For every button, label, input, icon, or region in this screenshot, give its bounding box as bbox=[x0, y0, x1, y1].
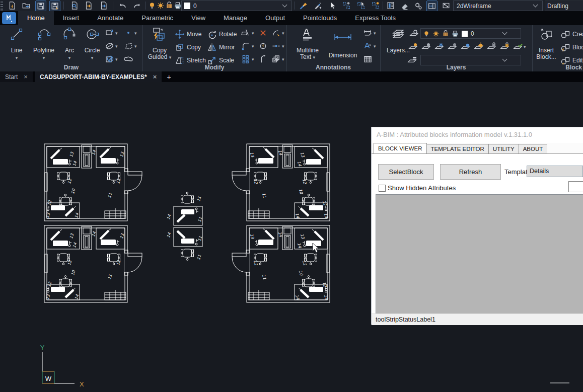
tab-express-tools[interactable]: Express Tools bbox=[346, 11, 405, 25]
panel-title-annotations: Annotations bbox=[286, 64, 380, 71]
tab-block-viewer[interactable]: BLOCK VIEWER bbox=[374, 143, 427, 153]
print-preview-button[interactable] bbox=[69, 1, 80, 11]
ribbon-layer-dropdown[interactable]: 0 bbox=[420, 28, 521, 39]
tab-drawing[interactable]: CADSUPPORT-ABIM-BY-EXAMPLES* × bbox=[35, 71, 162, 82]
layer-search-button[interactable] bbox=[409, 29, 419, 38]
clean-screen-button[interactable] bbox=[400, 1, 410, 11]
abim-tab-strip: BLOCK VIEWERTEMPLATE EDITORUTILITYABOUT bbox=[372, 143, 583, 154]
settings-button[interactable] bbox=[413, 1, 423, 11]
create-block-icon bbox=[560, 29, 570, 39]
layer-dropdown[interactable]: 0 bbox=[181, 1, 292, 11]
rectangle-button[interactable]: ▾ bbox=[105, 28, 118, 38]
visual-style-dropdown[interactable]: 2dWireframe bbox=[453, 1, 543, 11]
multiline-text-button[interactable]: Multiline Text ▾ bbox=[292, 26, 324, 62]
tab-home[interactable]: Home bbox=[18, 11, 54, 25]
tab-annotate[interactable]: Annotate bbox=[88, 11, 132, 25]
copy-label: Copy bbox=[187, 44, 201, 51]
explode-button[interactable]: ▾ bbox=[271, 54, 284, 64]
leader-icon bbox=[363, 28, 373, 38]
ellipse-button[interactable]: ▾ bbox=[105, 41, 118, 51]
tab-utility[interactable]: UTILITY bbox=[488, 144, 519, 153]
tab-template-editor[interactable]: TEMPLATE EDITOR bbox=[426, 144, 489, 153]
linetype-button[interactable]: ▾ bbox=[271, 41, 284, 51]
tab-output[interactable]: Output bbox=[256, 11, 294, 25]
leader-button[interactable]: ▾ bbox=[363, 28, 376, 38]
layer-lock-button[interactable] bbox=[487, 42, 496, 51]
text-style-button[interactable]: ▾ bbox=[363, 41, 376, 51]
break-at-point-icon bbox=[258, 54, 268, 64]
revision-cloud-button[interactable] bbox=[124, 54, 133, 64]
circle-button[interactable]: Circle ▾ bbox=[81, 26, 104, 62]
filter-textbox[interactable] bbox=[568, 181, 583, 192]
tab-about[interactable]: ABOUT bbox=[519, 144, 548, 153]
layer-on-off-button[interactable] bbox=[408, 42, 418, 51]
show-hidden-attributes-label: Show Hidden Attributes bbox=[388, 184, 456, 192]
layer-thaw-vp-button[interactable] bbox=[474, 42, 483, 51]
copy-guided-button[interactable]: Copy Guided ▾ bbox=[145, 26, 174, 62]
new-drawing-tab-button[interactable]: + bbox=[162, 71, 176, 82]
move-button[interactable]: Move bbox=[175, 29, 201, 39]
template-dropdown[interactable]: Details bbox=[527, 166, 583, 177]
layer-state-button[interactable]: ▾ bbox=[513, 42, 526, 51]
insert-block-button[interactable]: Insert Block... bbox=[534, 26, 558, 62]
save-button[interactable] bbox=[35, 1, 46, 12]
chevron-down-icon bbox=[533, 3, 538, 8]
dimension-button[interactable]: Dimension bbox=[325, 26, 361, 62]
break-at-point-button[interactable] bbox=[258, 54, 268, 64]
room-top-left bbox=[44, 144, 142, 221]
save-as-button[interactable] bbox=[49, 1, 60, 12]
layer-freeze-button[interactable] bbox=[434, 42, 444, 51]
select-button[interactable] bbox=[327, 1, 337, 11]
workspace-dropdown[interactable]: Drafting bbox=[545, 1, 583, 11]
break-button[interactable] bbox=[258, 41, 268, 51]
open-file-button[interactable] bbox=[21, 1, 31, 11]
tab-insert[interactable]: Insert bbox=[54, 11, 89, 25]
select-block-button[interactable]: SelectBlock bbox=[378, 164, 434, 180]
polyline-button[interactable]: Polyline ▾ bbox=[29, 26, 58, 62]
application-button[interactable] bbox=[2, 12, 16, 24]
array-button[interactable]: ▾ bbox=[241, 54, 254, 64]
delete-button[interactable] bbox=[258, 28, 268, 38]
arc-button[interactable]: Arc ▾ bbox=[59, 26, 80, 62]
fullscreen-button[interactable] bbox=[441, 1, 451, 11]
quick-select-button[interactable] bbox=[313, 1, 323, 11]
trim-button[interactable]: ▾ bbox=[241, 28, 254, 38]
tab-start[interactable]: Start × bbox=[0, 71, 33, 82]
tab-manage[interactable]: Manage bbox=[214, 11, 256, 25]
hatch-button[interactable]: ▾ bbox=[105, 54, 118, 64]
layer-thaw-all-button[interactable] bbox=[448, 42, 457, 51]
undo-button[interactable] bbox=[118, 1, 128, 11]
match-properties-button[interactable] bbox=[298, 1, 308, 11]
ellipse-icon bbox=[105, 41, 114, 51]
new-file-button[interactable] bbox=[7, 1, 17, 11]
export-button[interactable] bbox=[99, 1, 109, 11]
select-obscured-button[interactable] bbox=[341, 1, 351, 11]
blockify-button[interactable]: Blockif bbox=[560, 42, 583, 52]
layer-freeze-vp-button[interactable] bbox=[461, 42, 470, 51]
layer-unlock-button[interactable] bbox=[500, 42, 509, 51]
redo-button[interactable] bbox=[132, 1, 142, 11]
refresh-button[interactable]: Refresh bbox=[440, 164, 501, 180]
tab-view[interactable]: View bbox=[182, 11, 214, 25]
rotate-button[interactable]: Rotate bbox=[207, 29, 237, 39]
line-button[interactable]: Line ▾ bbox=[4, 26, 29, 62]
import-button[interactable] bbox=[84, 1, 94, 11]
chamfer-button[interactable]: ▾ bbox=[241, 41, 254, 51]
select-visible-button[interactable] bbox=[371, 1, 381, 11]
panels-toggle-button[interactable] bbox=[426, 1, 438, 12]
region-button[interactable]: ▾ bbox=[124, 41, 137, 51]
properties-panel-button[interactable] bbox=[386, 1, 396, 11]
table-button[interactable] bbox=[363, 54, 373, 64]
create-block-button[interactable]: Create bbox=[560, 29, 583, 39]
tab-parametric[interactable]: Parametric bbox=[132, 11, 182, 25]
copy-button[interactable]: Copy bbox=[175, 42, 201, 52]
fillet-button[interactable]: ▾ bbox=[271, 28, 284, 38]
show-hidden-attributes-checkbox[interactable] bbox=[379, 185, 386, 192]
layer-off-button[interactable] bbox=[421, 42, 431, 51]
close-icon[interactable]: × bbox=[24, 73, 28, 81]
mirror-button[interactable]: Mirror bbox=[207, 42, 235, 52]
point-button[interactable]: ▾ bbox=[124, 28, 137, 38]
close-icon[interactable]: × bbox=[153, 73, 157, 81]
select-window-button[interactable] bbox=[356, 1, 366, 11]
tab-pointclouds[interactable]: Pointclouds bbox=[294, 11, 346, 25]
